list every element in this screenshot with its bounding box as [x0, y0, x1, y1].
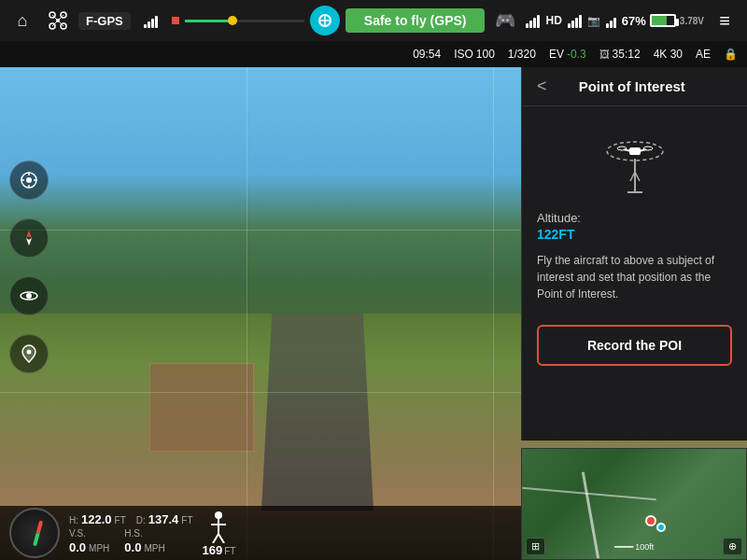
height-unit: FT	[224, 546, 235, 556]
compass-icon[interactable]	[9, 218, 49, 258]
h-label: H:	[69, 515, 78, 525]
poi-header: < Point of Interest	[522, 67, 747, 106]
poi-title: Point of Interest	[558, 78, 706, 94]
top-navigation-bar: ⌂ F-GPS	[0, 0, 747, 41]
record-poi-button[interactable]: Record the POI	[537, 325, 732, 366]
poi-description: Fly the aircraft to above a subject of i…	[522, 252, 747, 317]
house	[149, 363, 254, 452]
frames-display: 🖼 35:12	[599, 48, 641, 61]
svg-line-25	[218, 534, 224, 543]
road	[261, 314, 374, 511]
takeoff-icon[interactable]	[9, 161, 49, 200]
video-signal	[568, 13, 582, 28]
d-value: 137.4	[148, 512, 179, 526]
poi-back-button[interactable]: <	[533, 77, 551, 96]
vs-unit: MPH	[89, 543, 109, 553]
hs-label: H.S.	[124, 528, 142, 539]
vs-label: V.S.	[69, 528, 86, 539]
timeline-marker	[228, 16, 237, 25]
map-compass-icon[interactable]: ⊕	[723, 538, 742, 555]
cam-signal	[606, 13, 616, 28]
resolution-display: 4K 30	[654, 48, 683, 61]
map-panel: ⊞ ━━━━ 100ft ⊕	[521, 448, 747, 560]
poi-illustration-area	[522, 106, 747, 209]
map-background: ⊞ ━━━━ 100ft ⊕	[522, 449, 746, 559]
status-dot	[172, 17, 179, 24]
controller-signal	[526, 13, 540, 28]
battery-voltage: 3.78V	[680, 16, 704, 26]
position-telemetry: H: 122.0 FT D: 137.4 FT V.S. 0.0 MPH H.S…	[69, 512, 193, 554]
poi-panel: < Point of Interest Altitude: 122FT	[521, 67, 747, 441]
camera-status-icon: 📷	[587, 15, 600, 27]
map-controls: ⊞ ━━━━ 100ft ⊕	[526, 538, 742, 555]
svg-point-20	[27, 350, 32, 355]
iso-display: ISO 100	[454, 48, 495, 61]
wifi-icon	[136, 6, 166, 35]
drone-icon[interactable]	[43, 6, 73, 35]
lock-icon: 🔒	[724, 48, 738, 61]
hs-value: 0.0	[124, 540, 141, 554]
battery-percentage: 67%	[622, 14, 646, 28]
h-value: 122.0	[81, 512, 112, 526]
orbit-icon[interactable]	[9, 276, 49, 315]
gps-status-icon	[310, 6, 340, 35]
person-icon	[207, 510, 230, 543]
svg-line-24	[213, 534, 218, 543]
home-icon[interactable]: ⌂	[7, 6, 37, 35]
d-unit: FT	[181, 515, 192, 525]
controller-icon: 🎮	[490, 6, 520, 35]
iso-label: ISO	[454, 48, 473, 61]
ev-display: EV -0.3	[549, 48, 586, 61]
camera-info-bar: 09:54 ISO 100 1/320 EV -0.3 🖼 35:12 4K 3…	[0, 41, 747, 67]
time-display: 09:54	[413, 48, 441, 61]
ev-label: EV	[549, 48, 564, 61]
frames-value: 35:12	[613, 48, 641, 61]
svg-point-8	[56, 19, 60, 22]
hd-label: HD	[545, 14, 561, 27]
poi-drone-illustration	[598, 125, 672, 200]
battery-display: 67% 3.78V	[622, 14, 704, 28]
home-point-marker	[656, 523, 666, 532]
poi-altitude-section: Altitude: 122FT	[522, 209, 747, 252]
altitude-value: 122FT	[537, 227, 574, 242]
h-unit: FT	[115, 515, 126, 525]
svg-point-19	[26, 293, 32, 299]
poi-icon[interactable]	[9, 334, 49, 373]
svg-point-30	[617, 147, 627, 150]
map-scale: ━━━━ 100ft	[614, 542, 655, 552]
shutter-display: 1/320	[508, 48, 536, 61]
d-label: D:	[136, 515, 146, 525]
altitude-label: Altitude:	[537, 211, 581, 225]
vs-hs-telemetry: V.S. 0.0 MPH	[69, 528, 109, 554]
compass-widget	[9, 508, 60, 558]
map-screenshot-icon[interactable]: ⊞	[526, 538, 545, 555]
left-sidebar-icons	[9, 161, 49, 373]
height-value: 169	[203, 543, 223, 557]
svg-point-21	[215, 511, 222, 519]
iso-value: 100	[476, 48, 495, 61]
hs-unit: MPH	[144, 543, 164, 553]
safe-to-fly-button[interactable]: Safe to fly (GPS)	[345, 8, 486, 33]
ev-value: -0.3	[567, 48, 586, 61]
gps-label: F-GPS	[78, 12, 131, 30]
ae-display: AE	[696, 48, 711, 61]
battery-bar	[650, 14, 676, 27]
svg-point-31	[643, 147, 653, 150]
bottom-telemetry-bar: H: 122.0 FT D: 137.4 FT V.S. 0.0 MPH H.S…	[0, 506, 523, 560]
vs-value: 0.0	[69, 540, 86, 554]
hs-telemetry: H.S. 0.0 MPH	[124, 528, 164, 554]
height-display: 169 FT	[203, 510, 236, 557]
drone-map-marker	[645, 515, 656, 526]
menu-icon[interactable]: ≡	[710, 6, 740, 35]
svg-point-13	[26, 177, 32, 183]
